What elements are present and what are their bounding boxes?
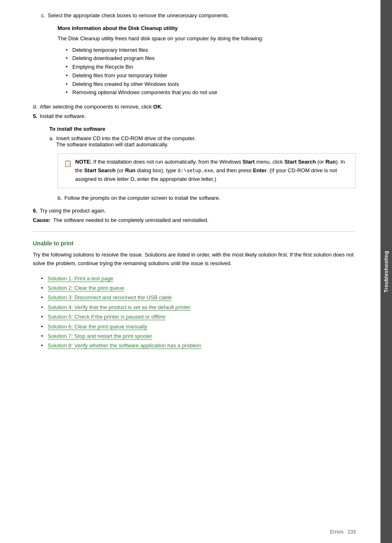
note-bold-search: Start Search	[284, 159, 316, 165]
step-a: a. Insert software CD into the CD-ROM dr…	[49, 135, 356, 192]
bullet-item: Emptying the Recycle Bin	[66, 63, 356, 72]
note-content: NOTE: If the installation does not run a…	[75, 158, 350, 184]
cause-label: Cause:	[33, 217, 51, 223]
step-d-label: d.	[33, 104, 37, 110]
page-footer: Errors 233	[330, 529, 356, 535]
bullet-item: Deleting files created by other Windows …	[66, 80, 356, 89]
step-5-number: 5.	[33, 113, 37, 119]
note-bold-search2: Start Search	[84, 167, 116, 173]
unable-to-print-section: Unable to print Try the following soluti…	[33, 240, 356, 351]
solution-item-5: Solution 5: Check if the printer is paus…	[41, 312, 356, 321]
step-c-label: c.	[41, 12, 45, 18]
step-a-line2: The software installation will start aut…	[56, 141, 196, 148]
sidebar-label: Troubleshooting	[383, 251, 389, 293]
bullet-item: Deleting temporary Internet files	[66, 46, 356, 55]
section-divider	[33, 231, 356, 232]
step-d-prefix: After selecting the components to remove…	[40, 104, 153, 110]
note-command: d:\setup.exe	[178, 168, 213, 174]
step-c-text: Select the appropriate check boxes to re…	[48, 12, 229, 18]
solution-item-2: Solution 2: Clear the print queue	[41, 283, 356, 293]
solution-link-7[interactable]: Solution 7: Stop and restart the print s…	[48, 333, 152, 340]
disk-cleanup-bullets: Deleting temporary Internet files Deleti…	[66, 46, 356, 97]
solution-item-7: Solution 7: Stop and restart the print s…	[41, 331, 356, 341]
step-d: d. After selecting the components to rem…	[33, 104, 356, 110]
solution-link-4[interactable]: Solution 4: Verify that the product is s…	[48, 304, 191, 311]
disk-cleanup-desc: The Disk Cleanup utility frees hard disk…	[58, 35, 356, 43]
note-bold-run: Run	[325, 159, 336, 165]
note-header: 📋 NOTE: If the installation does not run…	[64, 158, 350, 184]
bullet-item: Deleting files from your temporary folde…	[66, 72, 356, 80]
step-6: 6. Try using the product again.	[33, 208, 356, 214]
step-b: b. Follow the prompts on the computer sc…	[49, 195, 356, 201]
step-b-text: Follow the prompts on the computer scree…	[65, 195, 220, 201]
solution-link-6[interactable]: Solution 6: Clear the print queue manual…	[48, 323, 147, 330]
step-5-text: Install the software.	[40, 113, 86, 119]
install-software-section: To install the software a. Insert softwa…	[49, 126, 356, 201]
note-box: 📋 NOTE: If the installation does not run…	[58, 153, 356, 188]
solution-item-8: Solution 8: Verify whether the software …	[41, 341, 356, 350]
disk-cleanup-section: More information about the Disk Cleanup …	[58, 25, 356, 97]
step-d-suffix: .	[161, 104, 163, 110]
disk-cleanup-title: More information about the Disk Cleanup …	[58, 25, 356, 31]
footer-page-number: 233	[348, 529, 356, 535]
solution-item-3: Solution 3: Disconnect and reconnect the…	[41, 293, 356, 302]
solution-item-1: Solution 1: Print a test page	[41, 274, 356, 283]
unable-desc: Try the following solutions to resolve t…	[33, 251, 356, 268]
step-b-label: b.	[58, 195, 62, 201]
footer-text: Errors	[330, 529, 344, 535]
solution-list: Solution 1: Print a test page Solution 2…	[41, 274, 356, 351]
solution-link-3[interactable]: Solution 3: Disconnect and reconnect the…	[48, 294, 172, 301]
bullet-item: Removing optional Windows components tha…	[66, 88, 356, 97]
solution-link-2[interactable]: Solution 2: Clear the print queue	[48, 285, 124, 291]
solution-link-1[interactable]: Solution 1: Print a test page	[48, 275, 113, 282]
unable-title: Unable to print	[33, 240, 356, 247]
step-a-line1: Insert software CD into the CD-ROM drive…	[56, 135, 196, 141]
solution-link-8[interactable]: Solution 8: Verify whether the software …	[48, 342, 201, 349]
step-d-bold: OK	[153, 104, 161, 110]
note-icon: 📋	[64, 158, 72, 169]
step-d-text: After selecting the components to remove…	[40, 104, 163, 110]
bullet-item: Deleting downloaded program files	[66, 54, 356, 63]
note-bold-enter: Enter	[253, 167, 267, 173]
sidebar-troubleshooting: Troubleshooting	[380, 0, 392, 543]
note-label: NOTE:	[75, 159, 93, 165]
note-bold-start: Start	[242, 159, 255, 165]
step-6-number: 6.	[33, 208, 37, 214]
cause-text: The software needed to be completely uni…	[53, 217, 208, 223]
step-6-text: Try using the product again.	[40, 208, 106, 214]
solution-item-4: Solution 4: Verify that the product is s…	[41, 303, 356, 312]
step-c: c. Select the appropriate check boxes to…	[33, 12, 356, 18]
solution-item-6: Solution 6: Clear the print queue manual…	[41, 322, 356, 331]
step-a-label: a.	[49, 135, 54, 148]
note-text: If the installation does not run automat…	[75, 159, 345, 182]
cause-line: Cause: The software needed to be complet…	[33, 217, 356, 223]
install-title: To install the software	[49, 126, 356, 132]
solution-link-5[interactable]: Solution 5: Check if the printer is paus…	[48, 314, 166, 320]
step-5: 5. Install the software.	[33, 113, 356, 119]
note-bold-run2: Run	[125, 167, 135, 173]
